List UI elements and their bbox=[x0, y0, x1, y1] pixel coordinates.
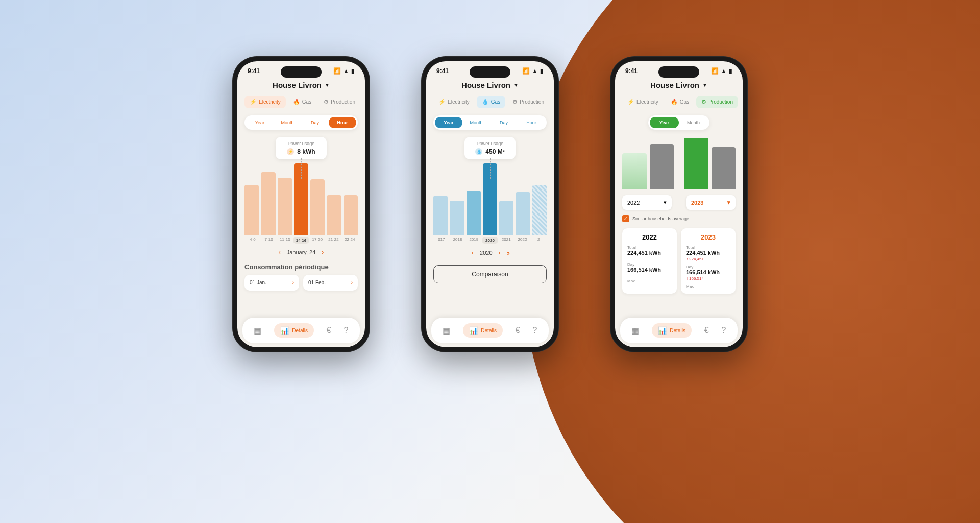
nav-details[interactable]: 📊 Details bbox=[652, 323, 692, 338]
period-day[interactable]: Day bbox=[301, 117, 329, 128]
tab-label: Gas bbox=[302, 99, 311, 105]
x-label: 21-22 bbox=[326, 237, 342, 244]
x-label: 017 bbox=[433, 237, 450, 244]
location-dropdown[interactable]: House Livron ▼ bbox=[426, 77, 554, 96]
nav-grid-icon[interactable]: ▦ bbox=[631, 326, 639, 336]
next-arrow-icon[interactable]: › bbox=[322, 249, 324, 256]
stat-label: Total bbox=[627, 245, 672, 250]
chart-bar-avg[interactable] bbox=[650, 144, 674, 189]
nav-details-label: Details bbox=[481, 328, 497, 334]
status-time: 9:41 bbox=[248, 67, 260, 75]
tab-production[interactable]: ⚙ Production bbox=[318, 96, 360, 108]
bar-chart[interactable] bbox=[244, 163, 358, 235]
bolt-icon: ⚡ bbox=[627, 99, 634, 105]
location-dropdown[interactable]: House Livron ▼ bbox=[615, 77, 743, 96]
chart-bar-projected[interactable] bbox=[532, 185, 547, 235]
period-year[interactable]: Year bbox=[650, 117, 679, 128]
x-axis: 4-6 7-10 11-13 14-16 17-20 21-22 22-24 bbox=[244, 237, 358, 244]
drop-icon: 💧 bbox=[475, 148, 482, 155]
chart-bar[interactable] bbox=[467, 191, 481, 235]
chart-bar[interactable] bbox=[516, 192, 530, 235]
status-time: 9:41 bbox=[436, 67, 449, 75]
nav-details[interactable]: 📊 Details bbox=[463, 323, 503, 338]
period-hour[interactable]: Hour bbox=[329, 117, 356, 128]
chart-bar[interactable] bbox=[499, 201, 513, 235]
tooltip-connector bbox=[301, 158, 302, 179]
stat-label: Total bbox=[686, 245, 730, 250]
chart-tooltip: Power usage ⚡ 8 kWh bbox=[276, 137, 327, 159]
tooltip-connector bbox=[490, 158, 491, 179]
similar-households-checkbox[interactable]: ✓ Similar households average bbox=[622, 215, 736, 222]
period-month[interactable]: Month bbox=[462, 117, 490, 128]
period-month[interactable]: Month bbox=[679, 117, 708, 128]
nav-euro-icon[interactable]: € bbox=[516, 326, 520, 335]
year-select-from[interactable]: 2022 ▾ bbox=[622, 195, 672, 210]
x-label: 2021 bbox=[498, 237, 514, 244]
phone-electricity: 9:41 📶 ▲ ▮ House Livron ▼ ⚡ Electricity … bbox=[232, 56, 370, 352]
stat-year: 2022 bbox=[627, 233, 672, 241]
nav-help-icon[interactable]: ? bbox=[722, 326, 726, 335]
chart-bar[interactable] bbox=[433, 196, 448, 235]
period-year[interactable]: Year bbox=[246, 117, 274, 128]
stat-delta: ↑166,514 bbox=[686, 276, 730, 281]
chart-bar[interactable] bbox=[278, 178, 292, 235]
nav-euro-icon[interactable]: € bbox=[704, 326, 709, 335]
tab-electricity[interactable]: ⚡ Electricity bbox=[622, 96, 664, 108]
period-card[interactable]: 01 Jan. › bbox=[244, 275, 299, 291]
tab-gas[interactable]: 🔥 Gas bbox=[288, 96, 316, 108]
chart-icon: 📊 bbox=[658, 326, 667, 335]
tab-electricity[interactable]: ⚡ Electricity bbox=[433, 96, 475, 108]
tab-gas[interactable]: 💧 Gas bbox=[477, 96, 505, 108]
phone-notch bbox=[470, 66, 510, 78]
x-label: 4-6 bbox=[244, 237, 261, 244]
x-label: 11-13 bbox=[277, 237, 293, 244]
nav-grid-icon[interactable]: ▦ bbox=[443, 326, 450, 336]
tab-production[interactable]: ⚙ Production bbox=[507, 96, 549, 108]
chart-bar[interactable] bbox=[261, 172, 275, 235]
chart-bar-avg[interactable] bbox=[712, 147, 736, 189]
tab-electricity[interactable]: ⚡ Electricity bbox=[244, 96, 286, 108]
arrow-up-icon: ↑ bbox=[686, 257, 688, 262]
stat-value: 224,451 kWh bbox=[627, 250, 672, 256]
chart-bar[interactable] bbox=[310, 179, 325, 235]
prev-arrow-icon[interactable]: ‹ bbox=[279, 249, 281, 256]
chart-bar[interactable] bbox=[684, 138, 708, 189]
nav-help-icon[interactable]: ? bbox=[344, 326, 349, 335]
bolt-icon: ⚡ bbox=[438, 99, 446, 105]
location-dropdown[interactable]: House Livron ▼ bbox=[237, 77, 365, 96]
prev-arrow-icon[interactable]: ‹ bbox=[472, 249, 474, 256]
period-hour[interactable]: Hour bbox=[518, 117, 545, 128]
chart-bar[interactable] bbox=[344, 195, 358, 235]
phone-production: 9:41 📶 ▲ ▮ House Livron ▼ ⚡ Electricity … bbox=[610, 56, 748, 352]
fast-forward-icon[interactable]: ›› bbox=[507, 249, 508, 257]
period-month[interactable]: Month bbox=[274, 117, 301, 128]
tab-production[interactable]: ⚙ Production bbox=[696, 96, 738, 108]
chart-bar[interactable] bbox=[244, 185, 259, 235]
stat-label: Day bbox=[627, 262, 672, 267]
year-select-to[interactable]: 2023 ▾ bbox=[686, 195, 736, 210]
stat-value: 166,514 kWh bbox=[627, 267, 672, 273]
chart-bar[interactable] bbox=[622, 153, 647, 189]
bar-chart[interactable] bbox=[433, 163, 547, 235]
tab-gas[interactable]: 🔥 Gas bbox=[666, 96, 694, 108]
compare-button[interactable]: Comparaison bbox=[433, 265, 547, 283]
chart-bar[interactable] bbox=[450, 201, 464, 235]
chevron-down-icon: ▾ bbox=[664, 199, 667, 206]
nav-help-icon[interactable]: ? bbox=[533, 326, 537, 335]
next-arrow-icon[interactable]: › bbox=[499, 249, 501, 256]
phone-notch bbox=[658, 66, 699, 78]
stat-label: Max bbox=[627, 279, 672, 283]
stat-label: Max bbox=[686, 284, 730, 289]
nav-euro-icon[interactable]: € bbox=[327, 326, 331, 335]
chart-bar[interactable] bbox=[327, 195, 341, 235]
period-year[interactable]: Year bbox=[435, 117, 462, 128]
period-day[interactable]: Day bbox=[490, 117, 518, 128]
nav-details[interactable]: 📊 Details bbox=[274, 323, 314, 338]
bolt-icon: ⚡ bbox=[250, 99, 257, 105]
x-label: 17-20 bbox=[309, 237, 326, 244]
x-label: 7-10 bbox=[261, 237, 277, 244]
tooltip-label: Power usage bbox=[469, 141, 511, 146]
nav-grid-icon[interactable]: ▦ bbox=[254, 326, 261, 336]
period-card[interactable]: 01 Feb. › bbox=[303, 275, 358, 291]
checkbox-label: Similar households average bbox=[632, 216, 689, 221]
